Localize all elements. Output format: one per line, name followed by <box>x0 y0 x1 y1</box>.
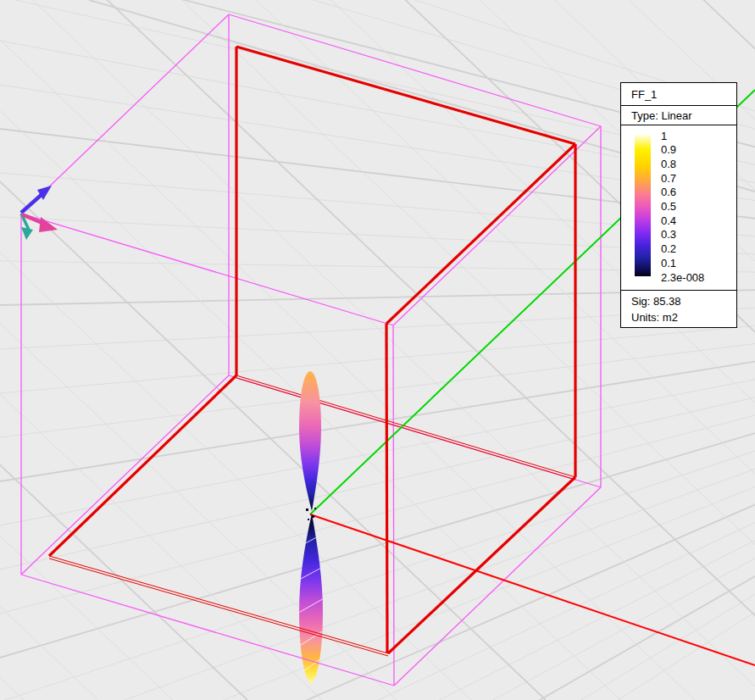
legend-type-label: Type: Linear <box>620 105 737 125</box>
colorbar-tick-label: 0.5 <box>661 200 676 213</box>
colorbar-tick-label: 0.3 <box>661 228 676 241</box>
farfield-legend: FF_1 Type: Linear 10.90.80.70.60.50.40.3… <box>620 82 737 328</box>
colorbar <box>635 135 651 276</box>
colorbar-tick-label: 1 <box>661 130 667 142</box>
colorbar-tick-label: 2.3e-008 <box>661 271 704 284</box>
colorbar-tick-label: 0.6 <box>661 186 676 198</box>
colorbar-tick-label: 0.1 <box>661 257 676 269</box>
legend-title: FF_1 <box>620 82 737 106</box>
legend-stats-section: Sig: 85.38 Units: m2 <box>620 290 737 328</box>
colorbar-tick-label: 0.8 <box>661 158 676 170</box>
3d-viewport[interactable]: FF_1 Type: Linear 10.90.80.70.60.50.40.3… <box>0 0 755 700</box>
colorbar-tick-label: 0.2 <box>661 242 676 255</box>
legend-units-value: Units: m2 <box>631 309 736 325</box>
legend-sig-value: Sig: 85.38 <box>631 293 736 309</box>
upper-lobe <box>299 371 321 511</box>
colorbar-tick-label: 0.7 <box>661 172 676 185</box>
legend-colorbar-section: 10.90.80.70.60.50.40.30.20.12.3e-008 <box>620 125 737 291</box>
colorbar-tick-label: 0.4 <box>661 214 676 227</box>
colorbar-tick-label: 0.9 <box>661 143 676 156</box>
